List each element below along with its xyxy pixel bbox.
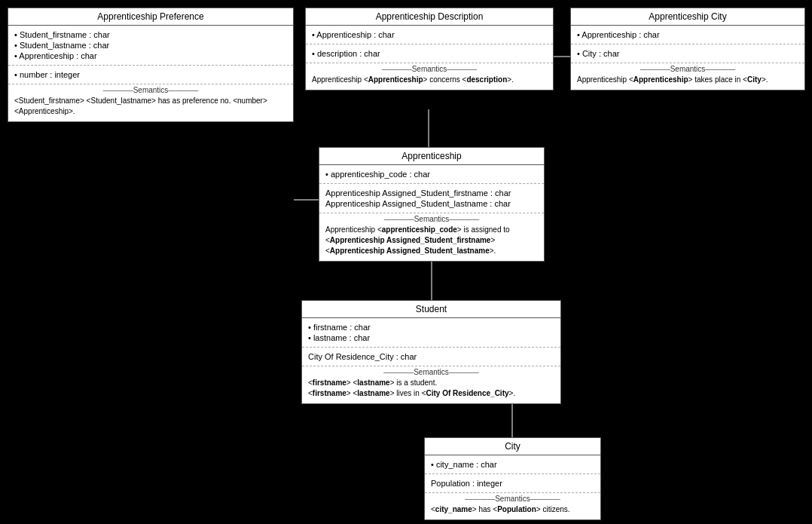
semantics-text-student: <firstname> <lastname> is a student. <fi… [308,378,554,399]
semantics-text-city: Apprenticeship <Apprenticeship> takes pl… [577,75,798,85]
apprenticeship-description-title: Apprenticeship Description [306,8,553,26]
semantics-label-student: Semantics [308,368,554,376]
attr-population: Population : integer [431,479,594,488]
attr-apprenticeship-city: Apprenticeship : char [577,30,798,39]
apprenticeship-description-primary: Apprenticeship : char [306,26,553,44]
apprenticeship-primary: apprenticeship_code : char [319,165,544,184]
city-other: Population : integer [425,474,600,493]
apprenticeship-semantics: Semantics Apprenticeship <apprenticeship… [319,213,544,261]
attr-apprenticeship-desc: Apprenticeship : char [312,30,547,39]
semantics-label-city-ent: Semantics [431,495,594,503]
attr-city: City : char [577,49,798,58]
apprenticeship-city-title: Apprenticeship City [571,8,804,26]
semantics-text-desc: Apprenticeship <Apprenticeship> concerns… [312,75,547,85]
attr-city-residence: City Of Residence_City : char [308,352,554,361]
apprenticeship-city-entity: Apprenticeship City Apprenticeship : cha… [570,8,805,90]
attr-city-name: city_name : char [431,460,594,469]
city-entity: City city_name : char Population : integ… [424,437,601,520]
apprenticeship-description-semantics: Semantics Apprenticeship <Apprenticeship… [306,63,553,90]
student-primary: firstname : char lastname : char [302,318,560,348]
semantics-label-city: Semantics [577,65,798,73]
apprenticeship-other: Apprenticeship Assigned_Student_firstnam… [319,184,544,213]
city-primary: city_name : char [425,455,600,474]
attr-lastname: lastname : char [308,333,554,342]
attr-apprenticeship-code: apprenticeship_code : char [325,170,538,179]
attr-apprenticeship: Apprenticeship : char [14,51,287,60]
student-other: City Of Residence_City : char [302,348,560,366]
attr-firstname: firstname : char [308,323,554,332]
semantics-label-app: Semantics [325,215,538,223]
apprenticeship-preference-other: number : integer [8,66,293,84]
semantics-label-desc: Semantics [312,65,547,73]
semantics-text: <Student_firstname> <Student_lastname> h… [14,96,287,117]
semantics-text-city-ent: <city_name> has <Population> citizens. [431,504,594,515]
city-title: City [425,438,600,455]
apprenticeship-city-semantics: Semantics Apprenticeship <Apprenticeship… [571,63,804,90]
student-semantics: Semantics <firstname> <lastname> is a st… [302,366,560,403]
apprenticeship-preference-title: Apprenticeship Preference [8,8,293,26]
semantics-text-app: Apprenticeship <apprenticeship_code> is … [325,225,538,256]
apprenticeship-preference-entity: Apprenticeship Preference Student_firstn… [8,8,294,122]
apprenticeship-preference-semantics: Semantics <Student_firstname> <Student_l… [8,84,293,121]
attr-assigned-lastname: Apprenticeship Assigned_Student_lastname… [325,199,538,208]
apprenticeship-city-primary: Apprenticeship : char [571,26,804,44]
city-semantics: Semantics <city_name> has <Population> c… [425,493,600,519]
attr-student-firstname: Student_firstname : char [14,30,287,39]
apprenticeship-city-other: City : char [571,44,804,63]
attr-assigned-firstname: Apprenticeship Assigned_Student_firstnam… [325,188,538,198]
apprenticeship-description-other: description : char [306,44,553,63]
apprenticeship-entity: Apprenticeship apprenticeship_code : cha… [319,147,545,262]
apprenticeship-description-entity: Apprenticeship Description Apprenticeshi… [305,8,554,90]
attr-student-lastname: Student_lastname : char [14,41,287,50]
apprenticeship-preference-primary: Student_firstname : char Student_lastnam… [8,26,293,66]
apprenticeship-title: Apprenticeship [319,148,544,165]
semantics-label: Semantics [14,86,287,94]
student-title: Student [302,301,560,318]
attr-number: number : integer [14,70,287,79]
student-entity: Student firstname : char lastname : char… [301,300,561,404]
attr-description: description : char [312,49,547,58]
